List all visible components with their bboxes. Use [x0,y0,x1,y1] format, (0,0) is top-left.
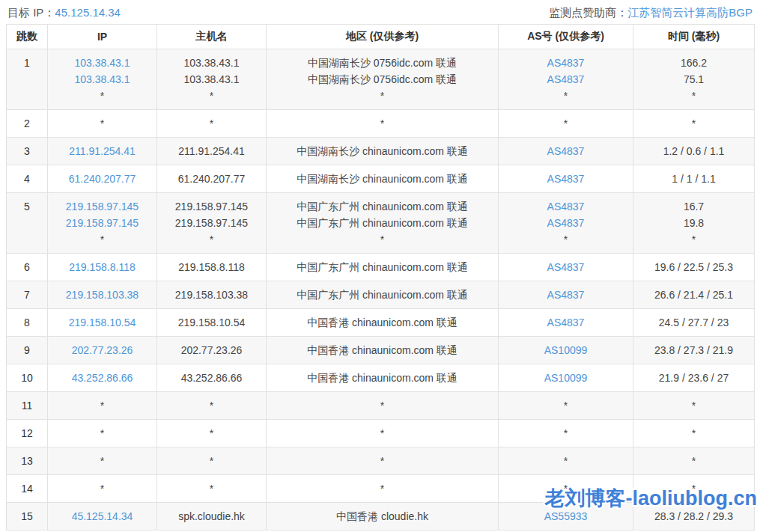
asn-text: * [502,397,630,414]
ip-link[interactable]: 219.158.103.38 [51,287,153,303]
ip-cell: 61.240.207.77 [48,165,157,193]
region-cell: * [267,447,499,475]
region-cell: 中国广东广州 chinaunicom.com 联通 [267,281,499,309]
asn-link[interactable]: AS4837 [502,215,630,231]
target-ip-value[interactable]: 45.125.14.34 [55,6,121,19]
host-cell: 219.158.10.54 [157,309,267,337]
region-cell: * [267,420,499,447]
hop-number: 11 [7,392,48,420]
ip-cell: * [48,475,157,503]
time-text: 19.6 / 22.5 / 25.3 [636,259,751,275]
time-cell: 1 / 1 / 1.1 [633,165,755,193]
asn-link[interactable]: AS10099 [502,370,630,386]
table-row: 1043.252.86.6643.252.86.66中国香港 chinaunic… [7,364,755,392]
region-cell: 中国湖南长沙 chinaunicom.com 联通 [267,165,499,193]
traceroute-page: 目标 IP：45.125.14.34 监测点赞助商：江苏智简云计算高防BGP 跳… [0,0,760,532]
ip-text: * [51,480,153,497]
time-text: 1.2 / 0.6 / 1.1 [636,143,751,159]
time-text: * [636,231,751,248]
ip-cell: 211.91.254.41 [48,138,157,165]
asn-link[interactable]: AS4837 [502,259,630,275]
time-cell: 21.9 / 23.6 / 27 [633,364,755,392]
asn-cell: AS55933 [499,503,633,531]
region-text: 中国香港 cloudie.hk [270,508,495,525]
ip-link[interactable]: 219.158.10.54 [51,314,153,331]
table-row: 13***** [7,447,755,475]
asn-link[interactable]: AS4837 [502,55,630,71]
time-text: 75.1 [636,71,751,88]
region-text: 中国广东广州 chinaunicom.com 联通 [270,287,495,303]
host-cell: * [157,475,267,503]
sponsor-label: 监测点赞助商： [549,6,627,19]
host-cell: * [157,392,267,420]
trace-table-body: 1103.38.43.1103.38.43.1*103.38.43.1103.3… [7,49,755,531]
ip-link[interactable]: 219.158.8.118 [51,259,153,275]
host-text: 211.91.254.41 [160,143,263,159]
ip-link[interactable]: 219.158.97.145 [51,198,153,215]
asn-cell: AS10099 [499,364,633,392]
time-text: 166.2 [636,55,751,71]
host-text: * [160,425,263,441]
host-text: * [160,88,263,104]
time-cell: * [633,420,755,447]
hop-number: 2 [7,110,48,138]
time-text: * [636,453,751,469]
region-text: 中国香港 chinaunicom.com 联通 [270,314,495,331]
ip-link[interactable]: 43.252.86.66 [51,370,153,386]
asn-link[interactable]: AS4837 [502,314,630,331]
ip-link[interactable]: 211.91.254.41 [51,143,153,159]
region-text: 中国湖南长沙 chinaunicom.com 联通 [270,171,495,187]
asn-text: * [502,231,630,248]
ip-link[interactable]: 219.158.97.145 [51,215,153,231]
asn-link[interactable]: AS55933 [502,508,630,525]
header-row: 跳数 IP 主机名 地区 (仅供参考) AS号 (仅供参考) 时间 (毫秒) [7,25,755,49]
ip-cell: 202.77.23.26 [48,337,157,364]
time-text: * [636,115,751,132]
region-text: 中国广东广州 chinaunicom.com 联通 [270,259,495,275]
asn-link[interactable]: AS4837 [502,143,630,159]
ip-link[interactable]: 61.240.207.77 [51,171,153,187]
region-cell: * [267,110,499,138]
host-text: 219.158.103.38 [160,287,263,303]
host-text: 219.158.10.54 [160,314,263,331]
host-text: 61.240.207.77 [160,171,263,187]
asn-cell: * [499,392,633,420]
asn-cell: AS4837 [499,254,633,281]
host-cell: 219.158.97.145219.158.97.145* [157,193,267,254]
host-text: 43.252.86.66 [160,370,263,386]
hop-number: 14 [7,475,48,503]
time-cell: 1.2 / 0.6 / 1.1 [633,138,755,165]
ip-text: * [51,88,153,104]
ip-cell: 219.158.97.145219.158.97.145* [48,193,157,254]
region-text: 中国香港 chinaunicom.com 联通 [270,342,495,358]
ip-text: * [51,231,153,248]
table-row: 6219.158.8.118219.158.8.118中国广东广州 chinau… [7,254,755,281]
region-text: 中国湖南长沙 0756idc.com 联通 [270,55,495,71]
asn-link[interactable]: AS10099 [502,342,630,358]
time-text: 19.8 [636,215,751,231]
ip-link[interactable]: 103.38.43.1 [51,71,153,88]
hop-number: 7 [7,281,48,309]
hop-number: 15 [7,503,48,531]
asn-link[interactable]: AS4837 [502,171,630,187]
table-row: 5219.158.97.145219.158.97.145*219.158.97… [7,193,755,254]
host-text: * [160,115,263,132]
host-cell: 211.91.254.41 [157,138,267,165]
sponsor-link[interactable]: 江苏智简云计算高防BGP [627,6,753,19]
host-text: * [160,453,263,469]
hop-number: 10 [7,364,48,392]
ip-link[interactable]: 45.125.14.34 [51,508,153,525]
asn-link[interactable]: AS4837 [502,71,630,88]
time-cell: * [633,110,755,138]
asn-text: * [502,115,630,132]
asn-link[interactable]: AS4837 [502,287,630,303]
region-text: * [270,453,495,469]
asn-link[interactable]: AS4837 [502,198,630,215]
table-row: 2***** [7,110,755,138]
col-header-hop: 跳数 [7,25,48,49]
asn-cell: AS4837AS4837* [499,193,633,254]
ip-link[interactable]: 202.77.23.26 [51,342,153,358]
asn-cell: * [499,475,633,503]
ip-link[interactable]: 103.38.43.1 [51,55,153,71]
region-cell: 中国广东广州 chinaunicom.com 联通中国广东广州 chinauni… [267,193,499,254]
